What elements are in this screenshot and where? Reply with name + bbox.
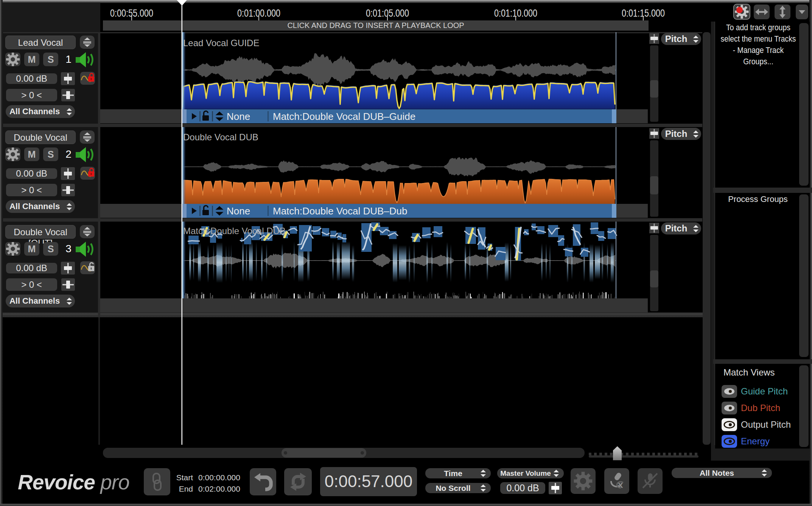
svg-text:Lead Vocal GUIDE: Lead Vocal GUIDE <box>183 38 259 48</box>
svg-text:Double Vocal DUB: Double Vocal DUB <box>183 132 258 142</box>
svg-text:Match:Double Vocal DUB: Match:Double Vocal DUB <box>183 226 286 236</box>
